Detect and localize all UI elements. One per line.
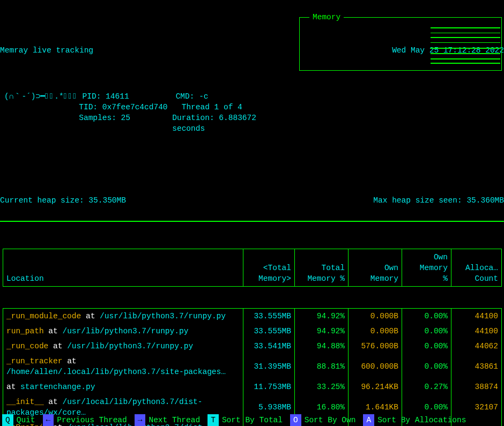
cell-location: run_path at /usr/lib/python3.7/runpy.py <box>3 324 243 339</box>
samples-value: 25 <box>121 114 130 122</box>
cell-value: 44100 <box>451 324 502 339</box>
sort-alloc-label: Sort By Allocations <box>377 414 466 426</box>
thread-value: 1 of 4 <box>214 103 242 111</box>
cell-value: 0.00% <box>402 339 451 354</box>
cell-value: 38874 <box>451 379 502 394</box>
emoji-art: (∩｀-´)⊃━☆ﾟ.*･｡ﾟ <box>4 92 78 101</box>
cell-value: 94.88% <box>295 339 349 354</box>
cell-value: 0.00% <box>402 309 451 324</box>
cell-value: 96.214KB <box>349 379 402 394</box>
col-location[interactable]: Location <box>3 249 243 287</box>
duration-label: Duration: <box>172 114 214 122</box>
cell-location: _run_module_code at /usr/lib/python3.7/r… <box>3 309 243 324</box>
cell-location: at startenchange.py <box>3 379 243 394</box>
duration-value: 6.883672 <box>219 114 256 122</box>
col-total-memory-pct[interactable]: Total Memory % <box>295 249 349 287</box>
cell-value: 94.92% <box>295 324 349 339</box>
cell-value: 33.541MB <box>243 339 295 354</box>
cmd-value: -c <box>199 92 208 101</box>
sort-total-label: Sort By Total <box>222 414 283 426</box>
app-title: Memray live tracking <box>0 45 93 56</box>
table-row[interactable]: _run_module_code at /usr/lib/python3.7/r… <box>3 309 502 324</box>
cmd-label: CMD: <box>176 92 195 101</box>
memory-graph <box>431 21 500 69</box>
cell-value: 43861 <box>451 354 502 379</box>
prev-thread-label: Previous Thread <box>57 414 127 426</box>
samples-label: Samples: <box>79 114 116 122</box>
table-row[interactable]: _run_tracker at /home/allen/.local/lib/p… <box>3 354 502 379</box>
key-next-arrow[interactable]: → <box>135 414 146 426</box>
cell-value: 33.25% <box>295 379 349 394</box>
current-heap-value: 35.350MB <box>88 196 126 205</box>
col-total-memory[interactable]: <Total Memory> <box>243 249 295 287</box>
sort-own-label: Sort By Own <box>305 414 356 426</box>
cell-value: 44062 <box>451 339 502 354</box>
cell-value: 11.753MB <box>243 379 295 394</box>
cell-location: _run_tracker at /home/allen/.local/lib/p… <box>3 354 243 379</box>
table-row[interactable]: at startenchange.py11.753MB33.25%96.214K… <box>3 379 502 394</box>
footer-bar: QQuit ←Previous Thread →Next Thread TSor… <box>0 414 504 426</box>
thread-label: Thread <box>182 103 210 111</box>
cell-value: 0.000B <box>349 324 402 339</box>
cell-value: 33.555MB <box>243 309 295 324</box>
cell-value: 0.00% <box>402 324 451 339</box>
cell-value: 94.92% <box>295 309 349 324</box>
cell-value: 44100 <box>451 309 502 324</box>
col-own-memory-pct[interactable]: Own Memory % <box>402 249 451 287</box>
current-heap-label: Current heap size: <box>0 196 88 205</box>
cell-value: 0.00% <box>402 354 451 379</box>
max-heap-label: Max heap size seen: <box>373 196 466 205</box>
key-prev-arrow[interactable]: ← <box>43 414 54 426</box>
key-q[interactable]: Q <box>2 414 13 426</box>
tid-label: TID: <box>79 103 98 111</box>
next-thread-label: Next Thread <box>149 414 200 426</box>
table-row[interactable]: _run_code at /usr/lib/python3.7/runpy.py… <box>3 339 502 354</box>
seconds-label: seconds <box>172 124 205 133</box>
col-alloc-count[interactable]: Alloca… Count <box>451 249 502 287</box>
max-heap-value: 35.360MB <box>466 196 504 205</box>
col-own-memory[interactable]: Own Memory <box>349 249 402 287</box>
memory-box-label: Memory <box>309 12 344 23</box>
divider <box>0 221 504 222</box>
memory-graph-box: Memory <box>299 17 502 71</box>
key-o[interactable]: O <box>290 414 301 426</box>
quit-label: Quit <box>17 414 35 426</box>
table-header-row: Location <Total Memory> Total Memory % O… <box>3 249 502 287</box>
pid-label: PID: <box>83 92 101 101</box>
cell-value: 31.395MB <box>243 354 295 379</box>
cell-value: 0.000B <box>349 309 402 324</box>
cell-value: 88.81% <box>295 354 349 379</box>
cell-value: 600.000B <box>349 354 402 379</box>
tid-value: 0x7fee7c4cd740 <box>102 103 168 111</box>
key-t[interactable]: T <box>207 414 219 426</box>
pid-value: 14611 <box>106 92 129 101</box>
allocation-table: Location <Total Memory> Total Memory % O… <box>3 249 502 287</box>
cell-value: 576.000B <box>349 339 402 354</box>
key-a[interactable]: A <box>363 414 374 426</box>
table-row[interactable]: run_path at /usr/lib/python3.7/runpy.py3… <box>3 324 502 339</box>
cell-value: 0.27% <box>402 379 451 394</box>
cell-location: _run_code at /usr/lib/python3.7/runpy.py <box>3 339 243 354</box>
cell-value: 33.555MB <box>243 324 295 339</box>
